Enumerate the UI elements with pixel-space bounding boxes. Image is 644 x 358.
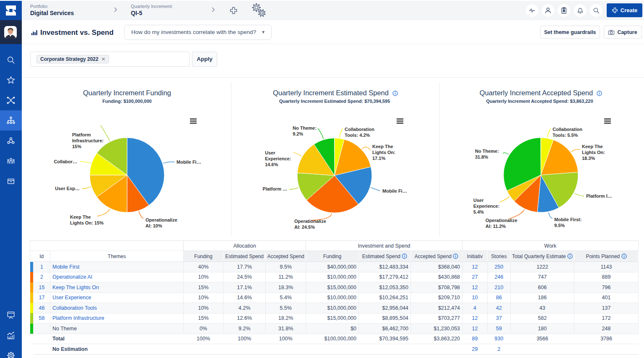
svg-text:Platform I…: Platform I…: [586, 193, 612, 199]
svg-text:9.2%: 9.2%: [293, 131, 303, 136]
svg-text:User Exp…: User Exp…: [55, 186, 80, 191]
svg-text:Mobile Fi…: Mobile Fi…: [382, 188, 407, 193]
svg-text:Experience:: Experience:: [265, 156, 291, 161]
svg-text:AI: 24.5%: AI: 24.5%: [294, 225, 315, 230]
svg-text:User: User: [265, 150, 275, 155]
svg-text:Mobile First:: Mobile First:: [554, 217, 582, 222]
svg-text:Experience:: Experience:: [473, 204, 499, 209]
svg-text:9.5%: 9.5%: [554, 223, 565, 228]
svg-text:Lights On:: Lights On:: [372, 150, 395, 155]
svg-text:Platform …: Platform …: [262, 186, 287, 191]
svg-text:AI: 10%: AI: 10%: [145, 223, 162, 228]
svg-text:Keep The: Keep The: [70, 214, 91, 220]
svg-text:Keep The: Keep The: [372, 144, 393, 149]
svg-text:Platform: Platform: [72, 132, 91, 137]
svg-text:17.1%: 17.1%: [372, 156, 385, 161]
svg-text:Collaboration: Collaboration: [553, 127, 582, 132]
svg-text:No Theme:: No Theme:: [293, 125, 317, 131]
svg-text:5.4%: 5.4%: [473, 209, 484, 214]
svg-text:Collaboration: Collaboration: [345, 127, 374, 132]
svg-text:Operationalize: Operationalize: [294, 219, 326, 224]
svg-text:18.3%: 18.3%: [582, 156, 595, 161]
svg-text:15%: 15%: [72, 144, 81, 149]
svg-text:31.8%: 31.8%: [475, 154, 488, 159]
svg-text:Operationalize: Operationalize: [145, 217, 177, 222]
svg-text:User: User: [473, 198, 484, 203]
svg-text:14.6%: 14.6%: [265, 162, 278, 167]
svg-text:Operationalize: Operationalize: [486, 218, 517, 223]
svg-text:No Theme:: No Theme:: [475, 149, 499, 154]
svg-text:Collabor…: Collabor…: [54, 159, 77, 164]
svg-text:Tools: 4.2%: Tools: 4.2%: [345, 133, 370, 138]
svg-text:Infrastructure:: Infrastructure:: [72, 138, 104, 143]
svg-text:Lights On: 15%: Lights On: 15%: [70, 220, 104, 225]
svg-text:Lights On:: Lights On:: [582, 150, 605, 155]
svg-text:AI: 11.2%: AI: 11.2%: [486, 224, 506, 229]
svg-text:Tools: 5.5%: Tools: 5.5%: [553, 133, 578, 138]
svg-text:Keep The: Keep The: [582, 144, 603, 149]
svg-text:Mobile Fi…: Mobile Fi…: [177, 159, 201, 165]
